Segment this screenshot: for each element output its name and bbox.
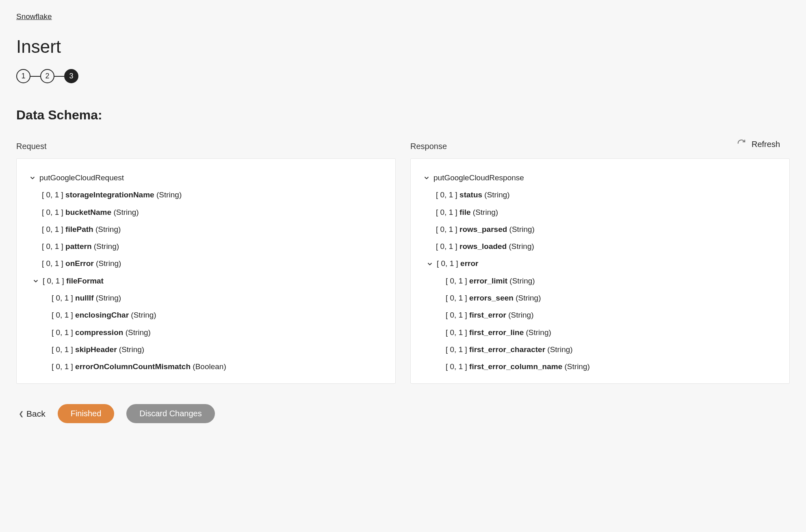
cardinality: [ 0, 1 ] [446, 275, 467, 288]
field-name: rows_parsed [459, 223, 507, 236]
schema-field[interactable]: [ 0, 1 ] first_error_line (String) [423, 324, 777, 341]
finished-button[interactable]: Finished [58, 404, 115, 423]
field-type: (String) [484, 188, 509, 201]
schema-field[interactable]: [ 0, 1 ] bucketName (String) [29, 204, 383, 221]
field-name: skipHeader [75, 343, 117, 356]
schema-field[interactable]: [ 0, 1 ] first_error_column_name (String… [423, 358, 777, 375]
cardinality: [ 0, 1 ] [42, 188, 63, 201]
field-type: (String) [96, 257, 121, 270]
field-type: (String) [516, 292, 541, 305]
chevron-left-icon: ❮ [19, 410, 24, 417]
schema-field[interactable]: [ 0, 1 ] status (String) [423, 186, 777, 203]
schema-field[interactable]: [ 0, 1 ] file (String) [423, 204, 777, 221]
schema-field[interactable]: [ 0, 1 ] rows_loaded (String) [423, 238, 777, 255]
tree-root[interactable]: putGoogleCloudResponse [423, 169, 777, 186]
field-name: filePath [65, 223, 93, 236]
field-name: fileFormat [66, 275, 104, 288]
request-column: Request putGoogleCloudRequest [ 0, 1 ] s… [16, 142, 396, 384]
cardinality: [ 0, 1 ] [446, 326, 467, 339]
discard-changes-button[interactable]: Discard Changes [126, 404, 214, 423]
cardinality: [ 0, 1 ] [446, 309, 467, 322]
field-name: error_limit [469, 275, 507, 288]
step-connector [54, 76, 64, 77]
field-type: (String) [509, 275, 535, 288]
schema-field-expandable[interactable]: [ 0, 1 ] fileFormat [29, 272, 383, 290]
field-name: onError [65, 257, 94, 270]
step-connector [30, 76, 40, 77]
chevron-down-icon [423, 174, 430, 182]
schema-field[interactable]: [ 0, 1 ] enclosingChar (String) [29, 307, 383, 324]
field-type: (String) [565, 360, 590, 373]
field-name: enclosingChar [75, 309, 129, 322]
field-type: (String) [131, 309, 156, 322]
cardinality: [ 0, 1 ] [43, 275, 64, 288]
cardinality: [ 0, 1 ] [42, 206, 63, 219]
field-name: errors_seen [469, 292, 514, 305]
response-header: Response [410, 142, 790, 151]
field-type: (String) [526, 326, 551, 339]
field-type: (String) [508, 309, 533, 322]
cardinality: [ 0, 1 ] [42, 223, 63, 236]
field-type: (String) [473, 206, 498, 219]
field-name: first_error_column_name [469, 360, 562, 373]
cardinality: [ 0, 1 ] [52, 326, 73, 339]
back-label: Back [26, 409, 46, 419]
cardinality: [ 0, 1 ] [436, 223, 457, 236]
tree-root-label: putGoogleCloudResponse [433, 171, 524, 184]
schema-field[interactable]: [ 0, 1 ] pattern (String) [29, 238, 383, 255]
field-type: (String) [509, 223, 535, 236]
cardinality: [ 0, 1 ] [52, 343, 73, 356]
schema-field[interactable]: [ 0, 1 ] first_error (String) [423, 307, 777, 324]
cardinality: [ 0, 1 ] [446, 360, 467, 373]
field-name: pattern [65, 240, 91, 253]
back-button[interactable]: ❮ Back [19, 409, 46, 419]
schema-field[interactable]: [ 0, 1 ] skipHeader (String) [29, 341, 383, 358]
request-panel: putGoogleCloudRequest [ 0, 1 ] storageIn… [16, 158, 396, 384]
step-1[interactable]: 1 [16, 69, 30, 83]
tree-root[interactable]: putGoogleCloudRequest [29, 169, 383, 186]
request-header: Request [16, 142, 396, 151]
schema-field[interactable]: [ 0, 1 ] errors_seen (String) [423, 290, 777, 307]
page-title: Insert [16, 37, 790, 57]
schema-field[interactable]: [ 0, 1 ] filePath (String) [29, 221, 383, 238]
field-name: error [460, 257, 478, 270]
schema-field[interactable]: [ 0, 1 ] first_error_character (String) [423, 341, 777, 358]
field-name: first_error [469, 309, 506, 322]
field-name: rows_loaded [459, 240, 507, 253]
cardinality: [ 0, 1 ] [436, 188, 457, 201]
schema-field[interactable]: [ 0, 1 ] onError (String) [29, 255, 383, 272]
chevron-down-icon [29, 174, 36, 182]
footer: ❮ Back Finished Discard Changes [16, 404, 790, 423]
schema-field[interactable]: [ 0, 1 ] compression (String) [29, 324, 383, 341]
field-type: (String) [96, 292, 121, 305]
cardinality: [ 0, 1 ] [52, 309, 73, 322]
field-name: first_error_line [469, 326, 524, 339]
tree-root-label: putGoogleCloudRequest [39, 171, 124, 184]
chevron-down-icon [32, 277, 39, 285]
field-name: storageIntegrationName [65, 188, 154, 201]
schema-field[interactable]: [ 0, 1 ] errorOnColumnCountMismatch (Boo… [29, 358, 383, 375]
schema-field[interactable]: [ 0, 1 ] storageIntegrationName (String) [29, 186, 383, 203]
field-name: errorOnColumnCountMismatch [75, 360, 191, 373]
cardinality: [ 0, 1 ] [446, 343, 467, 356]
field-type: (String) [94, 240, 119, 253]
schema-field[interactable]: [ 0, 1 ] nullIf (String) [29, 290, 383, 307]
step-3[interactable]: 3 [64, 69, 78, 83]
field-name: nullIf [75, 292, 93, 305]
breadcrumb-snowflake[interactable]: Snowflake [16, 12, 52, 21]
field-type: (String) [95, 223, 121, 236]
schema-field[interactable]: [ 0, 1 ] error_limit (String) [423, 272, 777, 290]
schema-field-expandable[interactable]: [ 0, 1 ] error [423, 255, 777, 272]
step-2[interactable]: 2 [40, 69, 54, 83]
cardinality: [ 0, 1 ] [52, 292, 73, 305]
field-type: (String) [113, 206, 139, 219]
field-name: bucketName [65, 206, 111, 219]
field-type: (String) [509, 240, 534, 253]
cardinality: [ 0, 1 ] [446, 292, 467, 305]
field-type: (String) [119, 343, 144, 356]
field-name: status [459, 188, 482, 201]
field-name: compression [75, 326, 123, 339]
field-type: (String) [126, 326, 151, 339]
response-column: Response putGoogleCloudResponse [ 0, 1 ]… [410, 142, 790, 384]
schema-field[interactable]: [ 0, 1 ] rows_parsed (String) [423, 221, 777, 238]
